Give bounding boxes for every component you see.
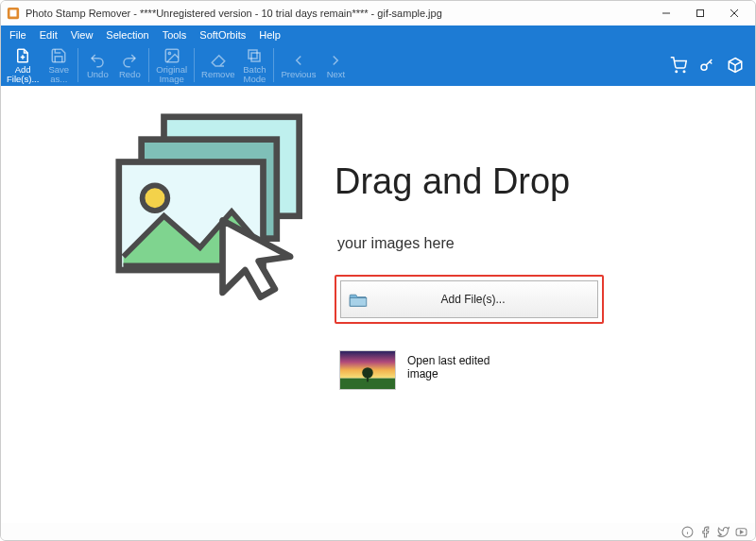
add-files-button-label: Add File(s)... (368, 293, 597, 306)
svg-rect-11 (251, 53, 260, 61)
status-bar (1, 523, 755, 540)
key-icon[interactable] (698, 57, 715, 74)
add-files-highlight: Add File(s)... (335, 275, 604, 324)
toolbar-right (670, 44, 753, 86)
toolbar-add-files-label: Add File(s)... (7, 65, 39, 84)
twitter-icon[interactable] (717, 526, 730, 538)
toolbar-save-as[interactable]: Save as... (43, 44, 75, 86)
toolbar-save-as-label: Save as... (48, 65, 69, 84)
toolbar-separator (148, 48, 149, 82)
svg-point-12 (676, 71, 678, 73)
svg-marker-29 (740, 530, 743, 533)
save-icon (50, 47, 67, 64)
youtube-icon[interactable] (735, 526, 747, 538)
toolbar-remove[interactable]: Remove (198, 44, 238, 86)
svg-rect-1 (10, 10, 17, 17)
menu-help[interactable]: Help (252, 27, 287, 42)
redo-icon (121, 52, 138, 69)
facebook-icon[interactable] (699, 526, 712, 538)
open-last-edited-label: Open last edited image (407, 350, 502, 390)
eraser-icon (210, 52, 227, 69)
maximize-button[interactable] (683, 1, 717, 25)
window-title: Photo Stamp Remover - ****Unregistered v… (26, 8, 442, 19)
toolbar-next[interactable]: Next (319, 44, 352, 86)
window-controls (649, 1, 751, 25)
toolbar-undo-label: Undo (87, 70, 109, 79)
toolbar-previous-label: Previous (281, 70, 316, 79)
images-illustration (114, 112, 313, 301)
toolbar-separator (273, 48, 274, 82)
menu-selection[interactable]: Selection (99, 27, 155, 42)
svg-point-13 (683, 71, 685, 73)
toolbar-next-label: Next (327, 70, 346, 79)
app-icon (7, 7, 20, 20)
svg-rect-20 (350, 297, 367, 306)
toolbar-undo[interactable]: Undo (81, 44, 113, 86)
info-icon[interactable] (681, 526, 694, 538)
cart-icon[interactable] (670, 57, 687, 74)
menu-file[interactable]: File (3, 27, 33, 42)
toolbar-redo[interactable]: Redo (113, 44, 146, 86)
open-last-edited[interactable]: Open last edited image (339, 350, 502, 390)
toolbar: Add File(s)... Save as... Undo Redo Orig… (1, 44, 755, 86)
svg-point-14 (701, 64, 707, 70)
toolbar-redo-label: Redo (119, 70, 141, 79)
minimize-button[interactable] (649, 1, 683, 25)
menu-view[interactable]: View (64, 27, 100, 42)
toolbar-batch-mode[interactable]: Batch Mode (238, 44, 270, 86)
add-files-button[interactable]: Add File(s)... (340, 280, 598, 318)
cube-icon[interactable] (727, 57, 744, 74)
toolbar-remove-label: Remove (201, 70, 234, 79)
drag-drop-subheading: your images here (337, 235, 455, 252)
last-edited-thumbnail (339, 350, 396, 390)
toolbar-add-files[interactable]: Add File(s)... (3, 44, 43, 86)
toolbar-previous[interactable]: Previous (277, 44, 319, 86)
toolbar-separator (194, 48, 195, 82)
undo-icon (89, 52, 106, 69)
toolbar-original-image[interactable]: Original Image (152, 44, 191, 86)
toolbar-batch-mode-label: Batch Mode (243, 65, 266, 84)
close-button[interactable] (717, 1, 751, 25)
menu-bar: File Edit View Selection Tools SoftOrbit… (1, 25, 755, 44)
folder-icon (349, 292, 368, 307)
menu-softorbits[interactable]: SoftOrbits (193, 27, 252, 42)
toolbar-original-image-label: Original Image (156, 65, 187, 84)
title-bar: Photo Stamp Remover - ****Unregistered v… (1, 1, 755, 25)
next-icon (327, 52, 344, 69)
svg-rect-24 (367, 373, 369, 382)
main-content[interactable]: Drag and Drop your images here Add File(… (1, 86, 755, 525)
add-file-icon (14, 47, 31, 64)
batch-icon (246, 47, 263, 64)
image-icon (163, 47, 180, 64)
menu-edit[interactable]: Edit (33, 27, 64, 42)
drag-drop-heading: Drag and Drop (335, 161, 570, 202)
menu-tools[interactable]: Tools (156, 27, 194, 42)
svg-rect-3 (697, 10, 704, 17)
svg-rect-10 (249, 50, 257, 59)
toolbar-separator (77, 48, 78, 82)
svg-point-18 (143, 185, 168, 211)
prev-icon (290, 52, 307, 69)
svg-point-9 (168, 52, 170, 54)
